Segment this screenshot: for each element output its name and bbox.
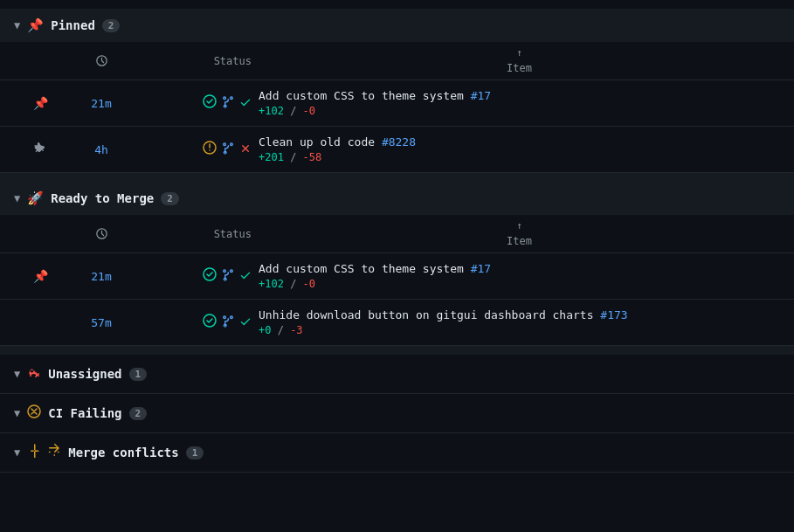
pinned-chevron-icon: ▼ — [14, 19, 20, 31]
unassigned-chevron-icon: ▼ — [14, 368, 20, 380]
pinned-section-icon: 📌 — [27, 17, 44, 33]
main-container: ▼ 📌 Pinned 2 Status ↑ Item 📌 21m — [0, 0, 794, 481]
ci-failing-section-header[interactable]: ▼ CI Failing 2 — [0, 394, 794, 433]
ready-to-merge-section: ▼ 🚀 Ready to Merge 2 Status ↑ Item 📌 21m — [0, 182, 794, 346]
pinned-section-title: Pinned — [51, 18, 95, 32]
pin-filled-icon: 📌 — [33, 96, 48, 110]
item-column-header: ↑ Item — [259, 47, 780, 74]
item-cell: Unhide download button on gitgui dashboa… — [259, 308, 780, 336]
pr-link[interactable]: #17 — [471, 89, 491, 102]
time-value: 4h — [94, 143, 108, 156]
check-circle-icon — [203, 314, 217, 331]
time-cell: 21m — [66, 270, 136, 283]
diff-separator: / — [290, 105, 302, 117]
pin-column-header — [14, 220, 66, 247]
pin-cell: 📌 — [14, 96, 66, 110]
time-value: 57m — [91, 316, 111, 329]
diff-remove: -0 — [303, 278, 315, 290]
svg-point-3 — [209, 149, 211, 151]
item-cell: Clean up old code #8228 +201 / -58 — [259, 135, 780, 163]
merge-section-icon — [27, 444, 61, 461]
diff-separator: / — [290, 151, 302, 163]
tick-icon — [239, 314, 252, 331]
item-title: Clean up old code #8228 — [259, 135, 780, 149]
sort-icon: ↑ — [516, 47, 522, 59]
branch-icon — [222, 315, 234, 330]
ci-section-icon — [27, 404, 41, 422]
status-column-header: Status — [136, 47, 259, 74]
time-cell: 57m — [66, 316, 136, 329]
item-text: Add custom CSS to theme system — [259, 262, 464, 275]
tick-icon — [239, 268, 252, 285]
branch-icon — [222, 142, 234, 157]
section-spacer — [0, 346, 794, 355]
ready-section-icon: 🚀 — [27, 190, 44, 206]
merge-badge: 1 — [186, 446, 204, 459]
item-text: Add custom CSS to theme system — [259, 89, 464, 102]
sort-icon: ↑ — [516, 220, 522, 231]
merge-chevron-icon: ▼ — [14, 446, 20, 459]
item-text: Clean up old code — [259, 135, 375, 149]
section-spacer — [0, 173, 794, 182]
status-column-header: Status — [136, 220, 259, 247]
branch-icon — [222, 96, 234, 111]
tick-icon — [239, 95, 252, 112]
item-text: Unhide download button on gitgui dashboa… — [259, 308, 594, 321]
diff-separator: / — [278, 324, 290, 336]
merge-conflicts-section-header[interactable]: ▼ Merge conflicts 1 — [0, 433, 794, 473]
check-circle-icon — [203, 94, 217, 112]
pinned-table-header: Status ↑ Item — [0, 42, 794, 80]
time-column-header — [66, 220, 136, 247]
ready-chevron-icon: ▼ — [14, 192, 20, 204]
table-row: 4h Clean up old code #8228 + — [0, 127, 794, 173]
diff-add: +201 — [259, 151, 284, 163]
item-diff: +102 / -0 — [259, 105, 780, 117]
diff-add: +102 — [259, 105, 284, 117]
pr-link[interactable]: #17 — [471, 262, 491, 275]
diff-separator: / — [290, 278, 302, 290]
ready-table-header: Status ↑ Item — [0, 215, 794, 253]
time-column-header — [66, 47, 136, 74]
time-value: 21m — [91, 270, 111, 283]
diff-add: +102 — [259, 278, 284, 290]
warn-circle-icon — [203, 141, 217, 158]
item-cell: Add custom CSS to theme system #17 +102 … — [259, 89, 780, 117]
unassigned-badge: 1 — [129, 368, 148, 381]
diff-remove: -58 — [303, 151, 322, 163]
item-column-header: ↑ Item — [259, 220, 780, 247]
ready-to-merge-section-header[interactable]: ▼ 🚀 Ready to Merge 2 — [0, 182, 794, 215]
table-row: 57m Unhide download button on gitgui das… — [0, 300, 794, 346]
pr-link[interactable]: #173 — [600, 308, 627, 321]
ci-section-title: CI Failing — [48, 406, 121, 420]
x-icon — [239, 142, 252, 157]
pin-outline-icon — [34, 142, 46, 157]
pinned-section-header[interactable]: ▼ 📌 Pinned 2 — [0, 9, 794, 42]
table-row: 📌 21m Add custom CSS to theme system — [0, 253, 794, 300]
pr-link[interactable]: #8228 — [382, 135, 416, 149]
pin-filled-icon: 📌 — [33, 269, 48, 283]
item-diff: +0 / -3 — [259, 324, 780, 336]
item-title: Add custom CSS to theme system #17 — [259, 89, 780, 102]
item-diff: +201 / -58 — [259, 151, 780, 163]
pinned-section: ▼ 📌 Pinned 2 Status ↑ Item 📌 21m — [0, 9, 794, 173]
pin-cell: 📌 — [14, 269, 66, 283]
unassigned-section-header[interactable]: ▼ Unassigned 1 — [0, 355, 794, 394]
status-cell — [136, 94, 259, 112]
time-cell: 21m — [66, 97, 136, 110]
status-cell — [136, 267, 259, 285]
table-row: 📌 21m Add custom CSS to theme system — [0, 80, 794, 127]
item-title: Add custom CSS to theme system #17 — [259, 262, 780, 275]
pin-cell — [14, 142, 66, 157]
merge-section-title: Merge conflicts — [68, 446, 178, 459]
item-cell: Add custom CSS to theme system #17 +102 … — [259, 262, 780, 290]
status-cell — [136, 141, 259, 158]
time-cell: 4h — [66, 143, 136, 156]
status-cell — [136, 314, 259, 331]
ci-chevron-icon: ▼ — [14, 407, 20, 419]
pinned-badge: 2 — [102, 19, 121, 32]
check-circle-icon — [203, 267, 217, 285]
item-title: Unhide download button on gitgui dashboa… — [259, 308, 780, 321]
pin-column-header — [14, 47, 66, 74]
diff-add: +0 — [259, 324, 271, 336]
unassigned-section-title: Unassigned — [48, 367, 121, 381]
